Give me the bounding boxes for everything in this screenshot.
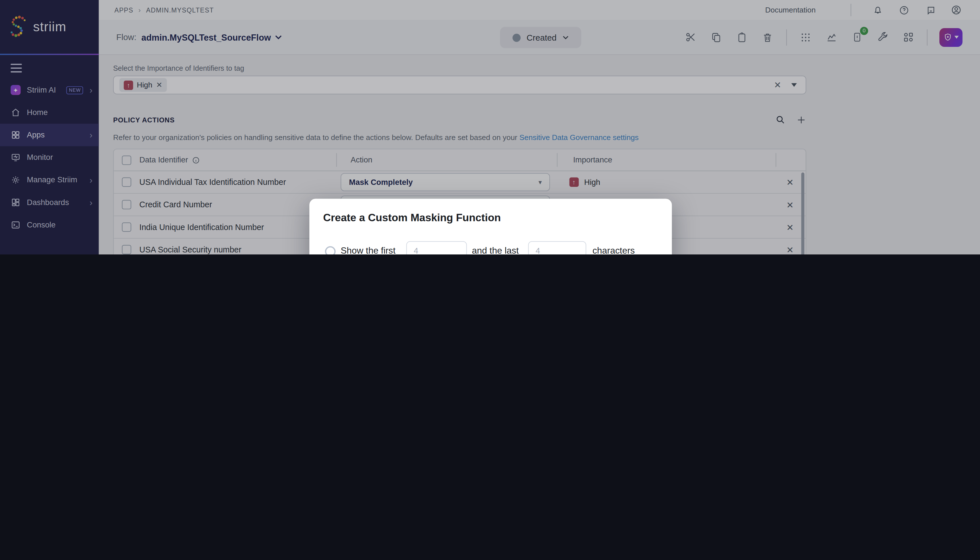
characters-label: characters — [593, 241, 635, 255]
first-chars-input[interactable] — [406, 241, 467, 255]
show-first-last-radio[interactable] — [325, 246, 335, 255]
show-first-label: Show the first — [341, 241, 395, 255]
and-last-label: and the last — [472, 241, 519, 255]
last-chars-input[interactable] — [528, 241, 586, 255]
custom-masking-modal: Create a Custom Masking Function Show th… — [309, 199, 672, 255]
modal-title: Create a Custom Masking Function — [323, 212, 501, 224]
app-window: striim ✦ Striim AI NEW › Home Apps › Mon… — [0, 0, 980, 255]
